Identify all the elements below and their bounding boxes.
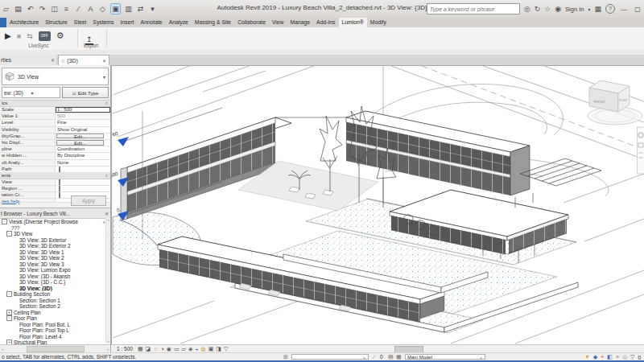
shadows-icon[interactable]: ◑ xyxy=(161,345,164,352)
property-value[interactable]: Coordination xyxy=(56,146,110,152)
property-checkbox[interactable] xyxy=(59,179,60,185)
project-browser-close-icon[interactable] xyxy=(105,211,109,216)
property-checkbox[interactable] xyxy=(59,186,60,191)
section-expander-icon[interactable]: ≡ xyxy=(105,173,110,179)
account-icon[interactable]: ◉ xyxy=(555,3,561,14)
property-edit-button[interactable]: Edit... xyxy=(56,140,104,145)
ribbon-tab-view[interactable]: View xyxy=(269,18,287,27)
browser-horizontal-scrollbar[interactable]: ‹› xyxy=(0,344,111,352)
browser-item-3d-view-3d-exterior[interactable]: 3D View: 3D Exterior xyxy=(0,237,110,244)
worksharing-display-icon[interactable]: ▣ xyxy=(208,345,214,352)
view-tab-close-icon[interactable] xyxy=(102,58,106,64)
property-checkbox[interactable] xyxy=(59,167,60,172)
maximize-button[interactable]: ▢ xyxy=(633,6,642,13)
reveal-hidden-icon[interactable]: ◍ xyxy=(201,345,206,352)
select-underlay-icon[interactable]: ◆ xyxy=(593,354,597,360)
select-by-face-icon[interactable]: ◧ xyxy=(607,354,613,360)
properties-help-link[interactable]: ties help xyxy=(2,199,19,204)
view-instance-dropdown[interactable]: ew: (3D) xyxy=(2,87,60,98)
property-value[interactable]: Show Original xyxy=(56,127,110,133)
worksets-icon[interactable]: ⊞ xyxy=(283,354,288,360)
ribbon-tab-annotate[interactable]: Annotate xyxy=(137,18,165,27)
select-links-icon[interactable]: ▼ xyxy=(584,354,590,360)
property-edit-button[interactable]: Edit... xyxy=(56,134,104,138)
browser-item-3d-view-3d-c-c[interactable]: 3D View: {3D - C.C.} xyxy=(0,279,110,286)
browser-item-floor-plan[interactable]: -Floor Plan xyxy=(0,315,110,322)
property-section-ents[interactable]: ents≡ xyxy=(0,173,110,179)
tree-expander-icon[interactable]: - xyxy=(6,315,12,321)
design-options-edit-icon[interactable]: ▦ xyxy=(396,354,402,360)
property-section-ics[interactable]: ics≡ xyxy=(0,101,110,107)
visual-style-icon[interactable]: ◪ xyxy=(146,345,151,352)
view-scale-control[interactable]: 1 : 500 xyxy=(116,345,134,352)
browser-scrollbar[interactable]: ∧ ∨ xyxy=(105,218,110,343)
ribbon-tab-architecture[interactable]: Architecture xyxy=(6,18,42,27)
worksets-dropdown[interactable] xyxy=(291,354,369,360)
sun-path-icon[interactable]: ☼ xyxy=(153,345,158,352)
browser-item-3d-view-3d-exterior-2[interactable]: 3D View: 3D Exterior 2 xyxy=(0,243,110,249)
ribbon-tab-structure[interactable]: Structure xyxy=(42,18,71,27)
browser-item-3d-view-3d-view-3[interactable]: 3D View: 3D View 3 xyxy=(0,261,110,268)
view-tab-3d[interactable]: (3D) xyxy=(58,55,109,65)
file-tab[interactable] xyxy=(0,18,6,27)
browser-item-unknown[interactable]: ??? xyxy=(0,225,110,232)
editable-only-icon[interactable]: ∕ xyxy=(374,354,374,360)
constraints-icon[interactable]: ▽ xyxy=(224,345,228,352)
drawing-area[interactable]: 7760 Roof Lvl 3880 1st Lvl 0 Ground Lvl … xyxy=(111,65,644,344)
ribbon-tab-analyze[interactable]: Analyze xyxy=(166,18,192,27)
lock-view-icon[interactable]: ◈ xyxy=(188,345,192,352)
communication-center-icon[interactable]: ↻ xyxy=(535,3,541,14)
ribbon-tab-massing-site[interactable]: Massing & Site xyxy=(192,18,234,27)
crop-region-icon[interactable]: ▱ xyxy=(182,345,186,352)
tree-expander-icon[interactable]: - xyxy=(2,219,7,224)
property-value[interactable]: Fine xyxy=(56,120,110,125)
hide-isolate-icon[interactable]: ◒ xyxy=(195,345,198,352)
drawing-3d-view[interactable]: 7760 Roof Lvl 3880 1st Lvl 0 Ground Lvl … xyxy=(112,66,644,344)
apply-button[interactable]: Apply xyxy=(71,195,106,206)
browser-item-3d-view[interactable]: -3D View xyxy=(0,231,110,237)
browser-item-floor-plan-level-4[interactable]: Floor Plan: Level 4 xyxy=(0,334,110,340)
rendering-icon[interactable]: ◉ xyxy=(167,345,171,352)
level-head-roof[interactable] xyxy=(118,137,129,146)
livesync-sync-icon[interactable]: ⇆ xyxy=(27,32,33,40)
ribbon-tab-insert[interactable]: Insert xyxy=(117,18,137,27)
search-input[interactable] xyxy=(427,3,520,14)
tree-expander-icon[interactable]: + xyxy=(6,310,12,315)
sign-in-link[interactable]: Sign In xyxy=(565,6,584,13)
livesync-play-button[interactable]: ▶ xyxy=(5,31,11,40)
minimize-button[interactable]: — xyxy=(619,6,629,13)
view-properties-icon[interactable]: ◨ xyxy=(216,345,221,352)
select-pinned-icon[interactable]: + xyxy=(601,354,604,360)
ribbon-tab-systems[interactable]: Systems xyxy=(89,18,117,27)
detail-level-icon[interactable]: ▦ xyxy=(138,345,143,352)
ribbon-tab-collaborate[interactable]: Collaborate xyxy=(234,18,269,27)
browser-item-3d-view-3d-view-1[interactable]: 3D View: 3D View 1 xyxy=(0,249,110,256)
favorites-icon[interactable]: ☆ xyxy=(544,3,551,14)
ribbon-tab-lumion[interactable]: Lumion® xyxy=(339,18,367,27)
ribbon-tab-steel[interactable]: Steel xyxy=(71,18,90,27)
tree-expander-icon[interactable]: - xyxy=(6,291,12,297)
livesync-off-toggle[interactable]: OFF xyxy=(39,31,51,41)
browser-item-section-section-2[interactable]: Section: Section 2 xyxy=(0,303,110,310)
exchange-apps-icon[interactable]: ▦ xyxy=(594,3,601,14)
livesync-settings-gear-icon[interactable]: ⚙ xyxy=(56,31,64,41)
navigation-bar[interactable] xyxy=(638,127,644,174)
browser-item-3d-view-3d-view-2[interactable]: 3D View: 3D View 2 xyxy=(0,255,110,261)
ribbon-tab-manage[interactable]: Manage xyxy=(287,18,314,27)
browser-item-building-section[interactable]: -Building Section xyxy=(0,291,110,298)
ribbon-tab-modify[interactable]: Modify xyxy=(367,18,390,27)
constraints-reveal-icon[interactable]: ◎ xyxy=(622,354,627,360)
type-selector[interactable]: 3D View xyxy=(2,68,109,85)
property-value[interactable]: By Discipline xyxy=(56,153,110,158)
properties-close-icon[interactable] xyxy=(51,57,55,63)
browser-item-floor-plan-pool-top-l[interactable]: Floor Plan: Pool Top L xyxy=(0,327,110,334)
type-selector-caret-icon[interactable] xyxy=(103,74,105,80)
tree-expander-icon[interactable]: - xyxy=(6,231,12,237)
help-icon[interactable]: ? xyxy=(605,4,615,14)
livesync-stop-button[interactable]: ■ xyxy=(17,32,21,40)
section-expander-icon[interactable]: ≡ xyxy=(105,101,110,106)
design-options-icon[interactable]: ▤ xyxy=(388,354,394,360)
property-value[interactable]: None xyxy=(56,160,110,166)
design-options-dropdown[interactable]: Main Model xyxy=(405,354,485,360)
ribbon-tab-add-ins[interactable]: Add-Ins xyxy=(313,18,338,27)
